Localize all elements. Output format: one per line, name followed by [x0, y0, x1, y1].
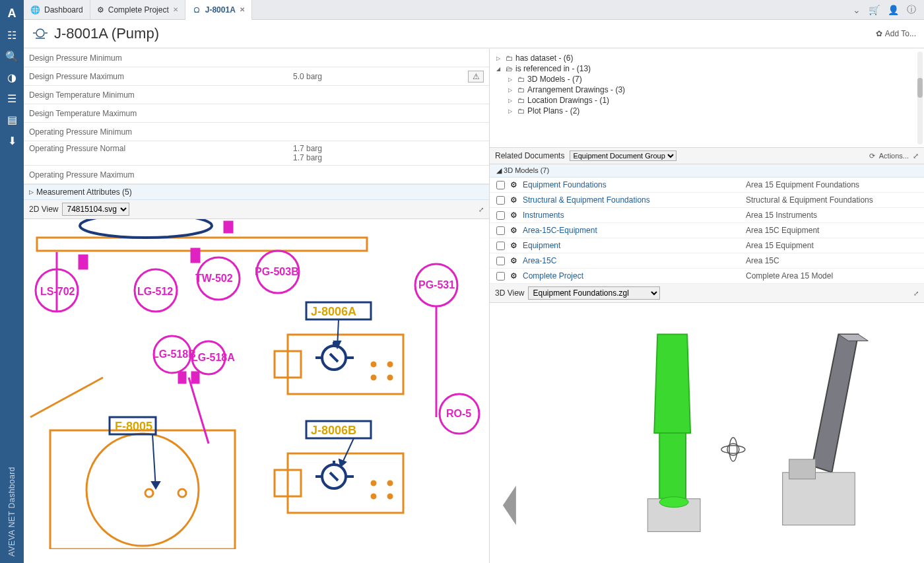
expand-icon[interactable]: ⤢ [478, 206, 484, 213]
doc-checkbox[interactable] [496, 226, 505, 235]
info-icon[interactable]: ⓘ [907, 4, 916, 16]
nav-home-icon[interactable]: ☷ [0, 24, 24, 46]
tree-node[interactable]: ▷🗀has dataset - (6) [496, 53, 917, 63]
doc-link[interactable]: Area-15C-Equipment [523, 226, 741, 235]
page-header: J-8001A (Pump) ✿ Add To... [24, 20, 924, 48]
svg-point-9 [145, 489, 153, 497]
doc-link[interactable]: Complete Project [523, 271, 741, 281]
svg-line-36 [189, 378, 209, 444]
svg-point-17 [388, 481, 392, 485]
3d-viewport[interactable] [490, 303, 924, 563]
svg-rect-7 [50, 430, 235, 549]
svg-text:LG-518A: LG-518A [191, 352, 235, 363]
doc-checkbox[interactable] [496, 242, 505, 250]
cart-icon[interactable]: 🛒 [869, 5, 880, 15]
doc-checkbox[interactable] [496, 272, 505, 281]
svg-point-20 [80, 219, 212, 238]
property-row: Design Pressure Maximum5.0 barg⚠ [24, 67, 489, 86]
svg-point-18 [372, 494, 376, 498]
svg-text:J-8006B: J-8006B [311, 424, 356, 437]
svg-rect-2 [37, 238, 367, 251]
3d-view-bar: 3D View Equipment Foundations.zgl ⤢ [490, 284, 924, 303]
document-row: ⚙Complete ProjectComplete Area 15 Model [490, 269, 924, 284]
user-icon[interactable]: 👤 [888, 5, 899, 15]
doc-link[interactable]: Equipment Foundations [523, 180, 741, 189]
svg-point-69 [721, 446, 745, 453]
svg-marker-58 [152, 482, 160, 488]
folder-icon: 🗀 [517, 86, 525, 94]
nav-search-icon[interactable]: 🔍 [0, 46, 24, 67]
folder-icon: 🗀 [517, 107, 525, 115]
svg-point-70 [729, 438, 737, 461]
property-row: Design Pressure Minimum [24, 49, 489, 67]
model-icon: ⚙ [510, 180, 517, 189]
3d-view-label: 3D View [495, 288, 524, 298]
2d-drawing-viewport[interactable]: LS-702 LG-512 TW-502 PG-503B PG-531 LG-5… [24, 219, 489, 563]
model-icon: ⚙ [510, 226, 517, 235]
tree-node[interactable]: ◢🗁is referenced in - (13) [496, 63, 917, 74]
doc-checkbox[interactable] [496, 181, 505, 189]
scrollbar[interactable] [917, 51, 923, 145]
svg-text:TW-502: TW-502 [195, 273, 233, 284]
nav-export-icon[interactable]: ⬇ [0, 130, 24, 151]
svg-point-1 [36, 29, 44, 37]
pump-icon [192, 5, 201, 15]
doc-link[interactable]: Area-15C [523, 256, 741, 265]
3d-file-select[interactable]: Equipment Foundations.zgl [528, 286, 660, 300]
measurement-attributes-section[interactable]: ▷ Measurement Attributes (5) [24, 184, 489, 200]
folder-icon: 🗀 [517, 96, 525, 104]
model-icon: ⚙ [510, 211, 517, 220]
dropdown-icon[interactable]: ⌄ [853, 5, 861, 15]
tree-node[interactable]: ▷🗀Location Drawings - (1) [508, 95, 917, 106]
document-row: ⚙InstrumentsArea 15 Instruments [490, 208, 924, 223]
svg-marker-63 [812, 334, 859, 472]
doc-checkbox[interactable] [496, 257, 505, 265]
refresh-icon[interactable]: ⟳ [869, 152, 875, 160]
nav-chart-icon[interactable]: ◑ [0, 67, 24, 88]
close-icon[interactable]: ✕ [240, 6, 245, 13]
svg-text:J-8006A: J-8006A [311, 305, 356, 318]
expand-icon[interactable]: ⤢ [913, 152, 919, 160]
tab-complete-project[interactable]: ⚙ Complete Project ✕ [90, 0, 185, 19]
doc-link[interactable]: Structural & Equipment Foundations [523, 195, 741, 205]
nav-list-icon[interactable]: ☰ [0, 88, 24, 109]
3d-models-group-header[interactable]: ◢ 3D Models (7) [490, 164, 924, 178]
doc-checkbox[interactable] [496, 211, 505, 220]
close-icon[interactable]: ✕ [173, 6, 178, 13]
document-group-select[interactable]: Equipment Document Group [570, 150, 676, 161]
document-row: ⚙EquipmentArea 15 Equipment [490, 238, 924, 253]
svg-text:LG-518B: LG-518B [152, 348, 196, 360]
svg-point-10 [178, 489, 186, 497]
related-documents-list: ⚙Equipment FoundationsArea 15 Equipment … [490, 178, 924, 284]
tab-j8001a[interactable]: J-8001A ✕ [185, 0, 252, 20]
2d-file-select[interactable]: 74815104.svg [62, 203, 129, 216]
document-row: ⚙Structural & Equipment FoundationsStruc… [490, 193, 924, 208]
chevron-right-icon: ▷ [29, 189, 34, 195]
warning-icon[interactable]: ⚠ [468, 71, 484, 83]
svg-rect-3 [288, 335, 403, 394]
nav-doc-icon[interactable]: ▤ [0, 109, 24, 130]
svg-rect-41 [192, 372, 199, 383]
sidebar-label: AVEVA NET Dashboard [7, 467, 16, 556]
svg-line-57 [152, 434, 156, 488]
svg-point-62 [659, 497, 688, 508]
related-documents-header: Related Documents Equipment Document Gro… [490, 148, 924, 164]
svg-rect-65 [783, 473, 855, 525]
tree-node[interactable]: ▷🗀Arrangement Drawings - (3) [508, 84, 917, 95]
expand-icon[interactable]: ⤢ [913, 290, 919, 297]
doc-checkbox[interactable] [496, 196, 505, 205]
add-to-button[interactable]: ✿ Add To... [876, 29, 916, 38]
actions-menu[interactable]: Actions... [879, 152, 909, 160]
doc-link[interactable]: Instruments [523, 211, 741, 220]
property-row: Operating Pressure Maximum [24, 166, 489, 184]
tree-node[interactable]: ▷🗀3D Models - (7) [508, 74, 917, 84]
tree-node[interactable]: ▷🗀Plot Plans - (2) [508, 106, 917, 116]
2d-view-label: 2D View [29, 205, 58, 214]
document-row: ⚙Area-15CArea 15C [490, 253, 924, 269]
doc-link[interactable]: Equipment [523, 241, 741, 250]
app-logo: A [8, 3, 16, 24]
tab-dashboard[interactable]: 🌐 Dashboard [24, 0, 90, 19]
property-row: Operating Pressure Normal1.7 barg1.7 bar… [24, 141, 489, 166]
svg-rect-39 [224, 222, 232, 232]
property-row: Design Temperature Minimum [24, 86, 489, 104]
